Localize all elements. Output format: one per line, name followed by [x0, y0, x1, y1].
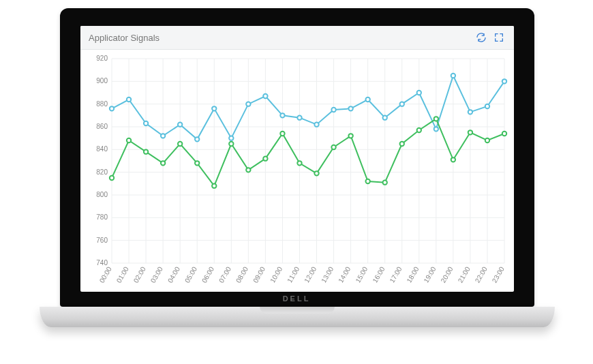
svg-point-108: [382, 180, 386, 184]
svg-point-92: [110, 176, 114, 180]
laptop-screen: Applicator Signals 740760780800820840860…: [80, 26, 514, 292]
svg-point-93: [127, 138, 131, 142]
svg-point-87: [434, 127, 438, 131]
svg-text:08:00: 08:00: [234, 265, 249, 284]
svg-point-73: [195, 137, 199, 141]
svg-text:22:00: 22:00: [474, 265, 489, 284]
svg-text:01:00: 01:00: [115, 265, 130, 284]
svg-point-88: [451, 74, 455, 78]
svg-text:12:00: 12:00: [303, 265, 318, 284]
svg-point-78: [280, 113, 284, 117]
svg-point-114: [485, 138, 489, 142]
svg-point-77: [263, 94, 267, 98]
svg-text:21:00: 21:00: [457, 265, 472, 284]
svg-point-105: [331, 145, 335, 149]
expand-icon: [493, 32, 504, 43]
svg-point-76: [246, 102, 250, 106]
svg-text:10:00: 10:00: [269, 265, 284, 284]
svg-text:20:00: 20:00: [440, 265, 455, 284]
svg-point-111: [434, 117, 438, 121]
svg-text:03:00: 03:00: [149, 265, 164, 284]
laptop-base: [40, 307, 555, 327]
svg-point-115: [502, 132, 506, 136]
svg-point-99: [229, 142, 233, 146]
svg-text:14:00: 14:00: [337, 265, 352, 284]
svg-text:23:00: 23:00: [491, 265, 506, 284]
svg-point-101: [263, 156, 267, 160]
svg-text:880: 880: [96, 100, 108, 108]
svg-point-71: [161, 134, 165, 138]
svg-point-75: [229, 136, 233, 140]
svg-point-68: [110, 106, 114, 110]
panel-title: Applicator Signals: [89, 33, 159, 43]
laptop-mockup: DELL Applicator Signals 74: [0, 0, 593, 364]
svg-point-84: [382, 115, 386, 119]
panel-header: Applicator Signals: [80, 26, 514, 50]
svg-point-110: [417, 128, 421, 132]
svg-point-98: [212, 183, 216, 187]
svg-text:760: 760: [96, 237, 108, 244]
svg-point-69: [127, 97, 131, 102]
svg-text:02:00: 02:00: [132, 265, 147, 284]
svg-point-103: [297, 161, 301, 165]
svg-text:11:00: 11:00: [286, 265, 301, 284]
svg-point-109: [400, 142, 404, 146]
svg-point-89: [468, 110, 472, 114]
svg-text:800: 800: [96, 191, 108, 198]
svg-point-86: [417, 91, 421, 95]
svg-point-79: [297, 115, 301, 119]
svg-point-97: [195, 161, 199, 165]
svg-point-113: [468, 130, 472, 134]
svg-text:04:00: 04:00: [166, 265, 181, 284]
svg-point-102: [280, 132, 284, 136]
svg-point-95: [161, 161, 165, 165]
refresh-button[interactable]: [474, 31, 488, 44]
svg-text:00:00: 00:00: [98, 265, 113, 284]
svg-text:17:00: 17:00: [388, 265, 403, 284]
svg-point-70: [144, 121, 148, 125]
svg-point-112: [451, 157, 455, 162]
svg-point-80: [314, 122, 318, 126]
svg-point-90: [485, 104, 489, 108]
svg-point-100: [246, 168, 250, 172]
svg-point-96: [178, 142, 182, 146]
svg-point-72: [178, 122, 182, 126]
svg-text:920: 920: [96, 55, 108, 62]
svg-text:16:00: 16:00: [371, 265, 386, 284]
svg-point-107: [365, 179, 369, 183]
svg-text:780: 780: [96, 213, 108, 221]
svg-point-104: [314, 171, 318, 175]
laptop-brand: DELL: [283, 294, 311, 303]
line-chart: 74076078080082084086088090092000:0001:00…: [80, 49, 514, 292]
chart-area: 74076078080082084086088090092000:0001:00…: [80, 49, 514, 292]
svg-text:900: 900: [96, 77, 108, 85]
svg-text:19:00: 19:00: [423, 265, 438, 284]
svg-text:09:00: 09:00: [252, 265, 267, 284]
svg-point-91: [502, 79, 506, 83]
svg-text:06:00: 06:00: [200, 265, 215, 284]
svg-text:18:00: 18:00: [405, 265, 420, 284]
svg-point-83: [365, 97, 369, 102]
svg-point-74: [212, 106, 216, 110]
svg-point-81: [331, 108, 335, 112]
svg-text:860: 860: [96, 123, 108, 130]
svg-point-85: [400, 102, 404, 106]
svg-text:07:00: 07:00: [217, 265, 232, 284]
svg-text:05:00: 05:00: [183, 265, 198, 284]
svg-text:15:00: 15:00: [354, 265, 369, 284]
svg-point-94: [144, 149, 148, 153]
svg-text:820: 820: [96, 168, 108, 176]
svg-point-82: [348, 106, 352, 110]
chart-panel: Applicator Signals 740760780800820840860…: [80, 26, 514, 292]
svg-point-106: [348, 134, 352, 138]
expand-button[interactable]: [492, 31, 506, 44]
svg-text:13:00: 13:00: [320, 265, 335, 284]
refresh-icon: [476, 32, 487, 43]
svg-text:840: 840: [96, 145, 108, 153]
